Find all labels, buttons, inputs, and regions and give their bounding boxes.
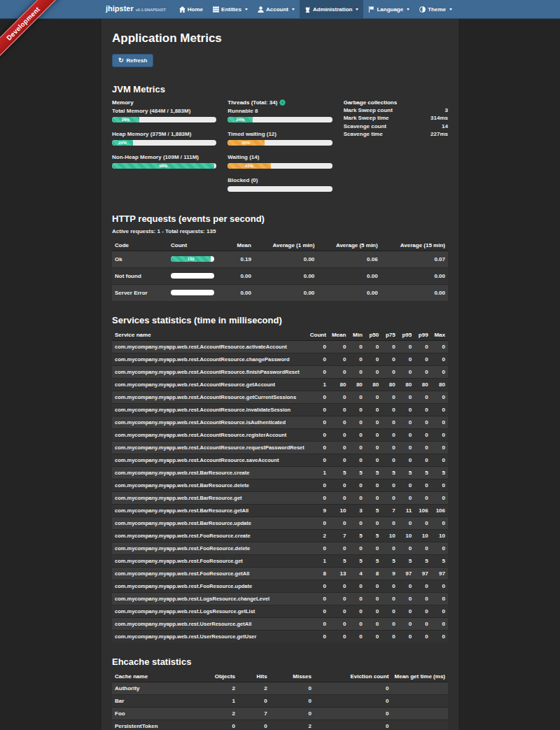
count-progress <box>171 290 214 295</box>
service-value-cell: 0 <box>329 491 349 504</box>
service-value-cell: 0 <box>431 491 448 504</box>
jvm-memory-column: Memory Total Memory (484M / 1,883M)26%He… <box>112 99 216 199</box>
table-row: com.mycompany.myapp.web.rest.BarResource… <box>112 517 448 529</box>
table-row: com.mycompany.myapp.web.rest.BarResource… <box>112 479 448 491</box>
memory-progress-fill: 20% <box>112 140 133 146</box>
http-value-cell: 0.00 <box>254 251 317 267</box>
service-name-cell: com.mycompany.myapp.web.rest.LogsResourc… <box>112 605 307 617</box>
service-name-cell: com.mycompany.myapp.web.rest.FooResource… <box>112 542 307 554</box>
table-row: Not found0.000.000.000.00 <box>112 267 448 284</box>
nav-link-account[interactable]: Account <box>253 0 300 18</box>
table-row: com.mycompany.myapp.web.rest.LogsResourc… <box>112 592 448 605</box>
threaddump-eye-icon[interactable] <box>279 99 286 106</box>
nav-menu: HomeEntitiesAccountAdministrationLanguag… <box>174 0 457 18</box>
nav-link-entities[interactable]: Entities <box>208 0 253 18</box>
http-value-cell: 0.00 <box>227 267 254 284</box>
service-value-cell: 0 <box>329 428 349 441</box>
service-value-cell: 0 <box>398 479 414 491</box>
threads-progress-fill: 24% <box>227 117 253 122</box>
nav-link-administration[interactable]: Administration <box>300 0 363 18</box>
service-value-cell: 0 <box>414 491 430 504</box>
service-value-cell: 0 <box>349 491 365 504</box>
nav-link-language[interactable]: Language <box>363 0 414 18</box>
nav-link-home[interactable]: Home <box>174 0 208 18</box>
ehcache-statistics-table: Cache nameObjectsHitsMissesEviction coun… <box>112 671 448 730</box>
service-value-cell: 5 <box>398 466 414 479</box>
service-value-cell: 97 <box>431 567 448 580</box>
service-name-cell: com.mycompany.myapp.web.rest.FooResource… <box>112 567 307 580</box>
http-value-cell: 0.00 <box>227 284 254 301</box>
http-value-cell: 0.06 <box>317 251 380 267</box>
service-value-cell: 0 <box>329 365 349 378</box>
table-row: com.mycompany.myapp.web.rest.AccountReso… <box>112 441 448 454</box>
service-value-cell: 0 <box>398 491 414 504</box>
service-value-cell: 0 <box>307 340 329 353</box>
service-value-cell: 0 <box>349 479 365 491</box>
column-header: Average (15 min) <box>381 240 448 251</box>
service-value-cell: 0 <box>431 630 448 643</box>
http-count-cell <box>168 267 227 284</box>
threads-bar-label: Waiting (14) <box>227 153 332 161</box>
brand-link[interactable]: jhipster v0.1-SNAPSHOT <box>103 0 169 18</box>
table-row: PersistentToken0020 <box>112 720 448 730</box>
service-value-cell: 5 <box>329 466 349 479</box>
adjust-icon <box>419 6 426 13</box>
service-value-cell: 8 <box>307 567 329 580</box>
service-value-cell: 0 <box>307 416 329 428</box>
gc-value: 14 <box>442 122 448 131</box>
nav-link-theme[interactable]: Theme <box>414 0 457 18</box>
service-value-cell: 0 <box>329 479 349 491</box>
jvm-threads-column: Threads (Total: 34) Runnable 824%Timed w… <box>227 99 332 199</box>
refresh-button[interactable]: ↻ Refresh <box>112 54 153 67</box>
service-value-cell: 0 <box>398 517 414 529</box>
table-row: Authority2200 <box>112 682 448 694</box>
service-value-cell: 8 <box>365 567 382 580</box>
service-value-cell: 5 <box>349 529 365 542</box>
service-name-cell: com.mycompany.myapp.web.rest.UserResourc… <box>112 617 307 630</box>
table-row: Ok1320.190.000.060.07 <box>112 251 448 267</box>
home-icon <box>179 6 186 13</box>
service-value-cell: 0 <box>307 592 329 605</box>
service-value-cell: 80 <box>414 378 430 391</box>
service-value-cell: 0 <box>365 365 382 378</box>
service-value-cell: 10 <box>431 529 448 542</box>
cache-value-cell: 0 <box>270 707 314 720</box>
service-value-cell: 0 <box>329 441 349 454</box>
gc-label: Scavenge time <box>344 130 383 139</box>
service-value-cell: 4 <box>349 567 365 580</box>
cache-name-cell: Bar <box>112 694 201 707</box>
service-value-cell: 0 <box>431 416 448 428</box>
cache-value-cell: 0 <box>314 720 392 730</box>
table-row: com.mycompany.myapp.web.rest.AccountReso… <box>112 391 448 403</box>
memory-bar-label: Non-Heap Memory (109M / 111M) <box>112 153 216 161</box>
http-value-cell: 0.00 <box>317 284 380 301</box>
service-value-cell: 80 <box>431 378 448 391</box>
service-value-cell: 0 <box>398 441 414 454</box>
table-row: com.mycompany.myapp.web.rest.FooResource… <box>112 567 448 580</box>
cache-value-cell <box>392 707 448 720</box>
service-value-cell: 0 <box>398 403 414 416</box>
jvm-metrics: Memory Total Memory (484M / 1,883M)26%He… <box>112 99 448 199</box>
service-value-cell: 0 <box>398 454 414 466</box>
service-value-cell: 0 <box>307 542 329 554</box>
chevron-down-icon <box>407 8 410 10</box>
nav-label: Account <box>266 6 288 13</box>
service-value-cell: 0 <box>398 617 414 630</box>
threads-progress-fill: 41% <box>227 163 270 169</box>
service-value-cell: 5 <box>365 466 382 479</box>
memory-progress: 98% <box>112 163 216 169</box>
service-value-cell: 0 <box>329 353 349 365</box>
chevron-down-icon <box>356 8 358 10</box>
service-name-cell: com.mycompany.myapp.web.rest.BarResource… <box>112 479 307 491</box>
service-value-cell: 0 <box>349 391 365 403</box>
service-value-cell: 0 <box>329 391 349 403</box>
service-value-cell: 0 <box>398 353 414 365</box>
service-value-cell: 0 <box>329 517 349 529</box>
service-value-cell: 0 <box>398 391 414 403</box>
service-value-cell: 0 <box>307 391 329 403</box>
http-code-cell: Ok <box>112 251 168 267</box>
service-value-cell: 0 <box>365 542 382 554</box>
threads-progress <box>227 186 332 192</box>
service-value-cell: 0 <box>382 454 398 466</box>
nav-item-entities: Entities <box>208 0 253 18</box>
